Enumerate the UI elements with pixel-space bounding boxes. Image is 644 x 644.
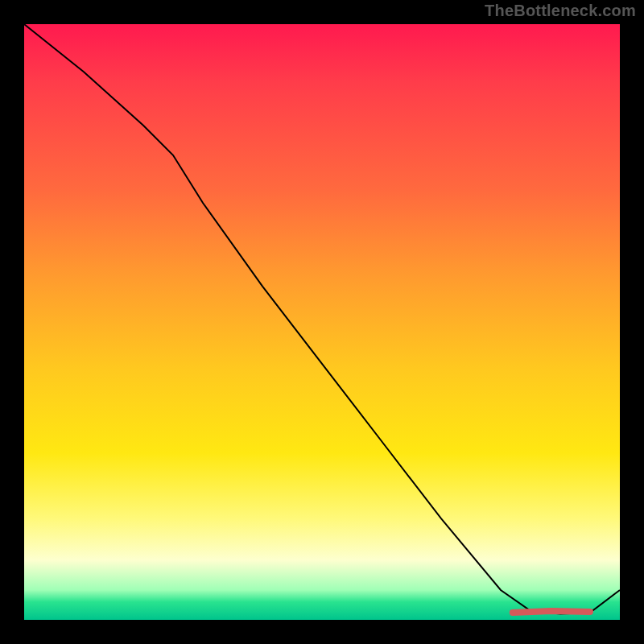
chart-overlay (24, 24, 620, 620)
valley-marker (513, 611, 590, 613)
chart-container: TheBottleneck.com (0, 0, 644, 644)
plot-area (24, 24, 620, 620)
attribution-text: TheBottleneck.com (485, 2, 636, 20)
bottleneck-curve (24, 24, 620, 614)
